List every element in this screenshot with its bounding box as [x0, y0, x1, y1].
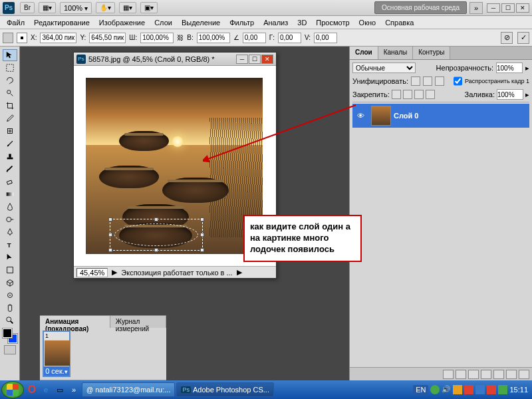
link-layers-icon[interactable]	[443, 370, 454, 379]
transform-handle[interactable]	[108, 233, 112, 237]
document-titlebar[interactable]: Ps 58578.jpg @ 45,5% (Слой 0, RGB/8) * ─…	[74, 53, 276, 66]
tray-network-icon[interactable]	[475, 385, 485, 394]
close-button[interactable]: ✕	[516, 3, 529, 13]
frame-delay[interactable]: 0 сек.▾	[44, 366, 69, 376]
brush-tool[interactable]	[3, 138, 17, 150]
layer-style-icon[interactable]	[456, 370, 466, 379]
transform-handle[interactable]	[108, 217, 112, 221]
3d-tool[interactable]	[3, 277, 17, 289]
h-input[interactable]	[197, 33, 230, 43]
start-button[interactable]	[1, 381, 24, 398]
transform-tool-icon[interactable]	[3, 33, 13, 43]
commit-transform-button[interactable]: ✓	[517, 32, 529, 44]
unify-position-icon[interactable]	[411, 76, 420, 86]
link-wh-icon[interactable]: ⛓	[177, 34, 184, 41]
screen-mode-button[interactable]: ▣▾	[140, 2, 158, 13]
layer-row[interactable]: 👁 Слой 0	[352, 104, 529, 128]
menu-3d[interactable]: 3D	[293, 17, 311, 28]
tab-animation[interactable]: Анимация (покадровая)	[40, 316, 110, 328]
pen-tool[interactable]	[3, 226, 17, 238]
unify-style-icon[interactable]	[435, 76, 444, 86]
healing-tool[interactable]	[3, 125, 17, 137]
marquee-tool[interactable]	[3, 62, 17, 74]
doc-status-arrow-icon[interactable]: ▶	[112, 268, 117, 277]
opacity-dropdown-icon[interactable]: ▸	[525, 64, 529, 72]
menu-help[interactable]: Справка	[381, 17, 418, 28]
hand-tool-button[interactable]: ✋▾	[96, 2, 115, 13]
fill-input[interactable]	[497, 89, 523, 100]
y-input[interactable]	[89, 33, 126, 43]
tray-icon[interactable]	[453, 385, 462, 394]
path-select-tool[interactable]	[3, 251, 17, 263]
quick-launch-expand-icon[interactable]: »	[67, 382, 80, 397]
unify-visibility-icon[interactable]	[423, 76, 432, 86]
move-tool[interactable]	[3, 49, 17, 61]
quick-select-tool[interactable]	[3, 87, 17, 99]
doc-minimize-button[interactable]: ─	[236, 55, 248, 64]
zoom-level-dropdown[interactable]: 100% ▾	[60, 2, 92, 14]
hand-tool[interactable]	[3, 302, 17, 314]
menu-layers[interactable]: Слои	[150, 17, 176, 28]
adjustment-layer-icon[interactable]	[481, 370, 491, 379]
tab-paths[interactable]: Контуры	[413, 47, 450, 59]
blend-mode-select[interactable]: Обычные	[352, 63, 416, 73]
language-indicator[interactable]: EN	[413, 385, 428, 394]
tray-avira-icon[interactable]	[487, 385, 496, 394]
workspace-switcher[interactable]: Основная рабочая среда	[374, 1, 467, 14]
fill-dropdown-icon[interactable]: ▸	[525, 90, 529, 99]
minimize-button[interactable]: ─	[487, 3, 500, 13]
stamp-tool[interactable]	[3, 150, 17, 162]
blur-tool[interactable]	[3, 201, 17, 213]
arrange-docs-button[interactable]: ▦▾	[119, 2, 136, 13]
w-input[interactable]	[140, 33, 174, 43]
transform-handle[interactable]	[108, 248, 112, 252]
shape-tool[interactable]	[3, 264, 17, 276]
maximize-button[interactable]: ☐	[501, 3, 515, 13]
opera-icon[interactable]: O	[25, 382, 39, 397]
tray-icon[interactable]	[498, 385, 507, 394]
tray-icon[interactable]	[430, 385, 440, 394]
menu-filter[interactable]: Фильтр	[225, 17, 258, 28]
lock-position-icon[interactable]	[414, 90, 424, 99]
bridge-button[interactable]: Br	[20, 2, 35, 13]
color-swatches[interactable]	[3, 329, 17, 343]
layer-group-icon[interactable]	[493, 370, 504, 379]
layer-name[interactable]: Слой 0	[394, 112, 418, 120]
transform-handle[interactable]	[154, 217, 158, 221]
cancel-transform-button[interactable]: ⊘	[501, 32, 513, 44]
lock-transparency-icon[interactable]	[392, 90, 401, 99]
view-extras-button[interactable]: ▦▾	[39, 2, 56, 13]
crop-tool[interactable]	[3, 100, 17, 112]
layer-mask-icon[interactable]	[468, 370, 479, 379]
delete-layer-icon[interactable]	[519, 370, 529, 379]
menu-window[interactable]: Окно	[355, 17, 380, 28]
zoom-tool[interactable]	[3, 315, 17, 327]
taskbar-item-mail[interactable]: @ natali73123@mail.ru:...	[82, 382, 175, 397]
taskbar-item-photoshop[interactable]: Ps Adobe Photoshop CS...	[176, 382, 273, 397]
menu-select[interactable]: Выделение	[178, 17, 224, 28]
transform-handle[interactable]	[200, 248, 204, 252]
3d-camera-tool[interactable]	[3, 289, 17, 301]
opacity-input[interactable]	[496, 63, 523, 73]
layer-thumbnail[interactable]	[371, 106, 391, 126]
menu-analysis[interactable]: Анализ	[259, 17, 292, 28]
x-input[interactable]	[40, 33, 76, 43]
canvas[interactable]	[86, 78, 263, 254]
animation-frame[interactable]: 1 0 сек.▾	[43, 331, 70, 377]
eraser-tool[interactable]	[3, 176, 17, 188]
taskbar-clock[interactable]: 15:11	[509, 386, 528, 394]
doc-close-button[interactable]: ✕	[261, 55, 273, 64]
lasso-tool[interactable]	[3, 74, 17, 86]
reference-point-icon[interactable]	[17, 33, 27, 43]
layer-visibility-icon[interactable]: 👁	[352, 112, 368, 120]
menu-view[interactable]: Просмотр	[312, 17, 353, 28]
quick-mask-button[interactable]	[4, 345, 16, 354]
tab-layers[interactable]: Слои	[350, 47, 378, 59]
lock-pixels-icon[interactable]	[403, 90, 412, 99]
menu-edit[interactable]: Редактирование	[30, 17, 94, 28]
angle-input[interactable]	[243, 33, 266, 43]
doc-status-dropdown-icon[interactable]: ▶	[237, 268, 242, 277]
menu-file[interactable]: Файл	[3, 17, 29, 28]
transform-selection[interactable]	[110, 219, 203, 251]
history-brush-tool[interactable]	[3, 163, 17, 175]
